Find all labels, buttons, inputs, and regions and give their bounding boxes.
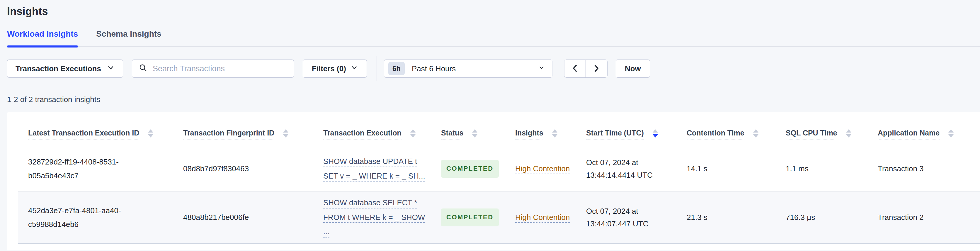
results-summary: 1-2 of 2 transaction insights	[7, 95, 980, 104]
sort-icon[interactable]	[410, 129, 415, 137]
table-header-row: Latest Transaction Execution ID Transact…	[18, 112, 980, 146]
insight-type-dropdown[interactable]: Transaction Executions	[7, 59, 123, 78]
toolbar-divider	[377, 56, 377, 81]
start-time-date: Oct 07, 2024 at	[586, 205, 671, 217]
sort-icon[interactable]	[472, 129, 477, 137]
sort-icon[interactable]	[653, 129, 658, 137]
sort-icon[interactable]	[846, 129, 851, 137]
sort-icon[interactable]	[552, 129, 557, 137]
time-range-picker[interactable]: 6h Past 6 Hours	[384, 59, 552, 78]
toolbar: Transaction Executions Filters (0) 6h Pa…	[7, 56, 980, 81]
start-time-time: 13:44:14.4414 UTC	[586, 169, 671, 182]
sort-icon[interactable]	[948, 129, 954, 137]
tab-bar: Workload Insights Schema Insights	[7, 29, 980, 47]
filters-button[interactable]: Filters (0)	[303, 59, 367, 78]
search-box	[132, 59, 294, 78]
tab-schema-insights[interactable]: Schema Insights	[96, 29, 161, 46]
column-header-latest-transaction-execution-id[interactable]: Latest Transaction Execution ID	[18, 112, 173, 146]
table-row: 452da3e7-e7fa-4801-aa40-c59988d14eb6 480…	[18, 192, 980, 244]
latest-transaction-execution-id: 328729d2-ff19-4408-8531-b05a5b4e43c7	[28, 155, 167, 183]
now-button[interactable]: Now	[616, 59, 650, 78]
column-header-insights[interactable]: Insights	[505, 112, 576, 146]
column-header-transaction-execution[interactable]: Transaction Execution	[313, 112, 431, 146]
transaction-fingerprint-id: 480a8b217be006fe	[183, 213, 249, 222]
column-header-sql-cpu-time[interactable]: SQL CPU Time	[776, 112, 868, 146]
next-time-range-button[interactable]	[586, 60, 607, 77]
time-interval-badge: 6h	[388, 62, 405, 75]
sort-icon[interactable]	[283, 129, 288, 137]
table-row: 328729d2-ff19-4408-8531-b05a5b4e43c7 08d…	[18, 146, 980, 192]
column-header-contention-time[interactable]: Contention Time	[677, 112, 776, 146]
insights-table-card: Latest Transaction Execution ID Transact…	[7, 112, 980, 250]
time-range-arrows	[564, 59, 608, 78]
transaction-execution-link[interactable]: SHOW database UPDATE t SET v = _ WHERE k…	[323, 157, 425, 180]
sort-icon[interactable]	[148, 129, 153, 137]
chevron-down-icon	[107, 64, 115, 74]
time-range-label: Past 6 Hours	[412, 64, 531, 73]
status-badge: COMPLETED	[441, 160, 499, 178]
application-name: Transaction 3	[878, 164, 924, 173]
start-time-date: Oct 07, 2024 at	[586, 156, 671, 169]
application-name: Transaction 2	[878, 213, 924, 222]
chevron-down-icon	[351, 64, 358, 73]
transaction-fingerprint-id: 08d8b7d97f830463	[183, 164, 249, 173]
search-input[interactable]	[152, 64, 287, 74]
search-icon	[138, 63, 147, 74]
column-header-transaction-fingerprint-id[interactable]: Transaction Fingerprint ID	[173, 112, 313, 146]
previous-time-range-button[interactable]	[565, 60, 586, 77]
tab-workload-insights[interactable]: Workload Insights	[7, 29, 78, 46]
column-header-application-name[interactable]: Application Name	[868, 112, 980, 146]
contention-time: 14.1 s	[687, 164, 708, 173]
chevron-down-icon	[538, 64, 545, 73]
insight-link[interactable]: High Contention	[515, 213, 570, 222]
sql-cpu-time: 1.1 ms	[786, 164, 808, 173]
contention-time: 21.3 s	[687, 213, 708, 222]
sql-cpu-time: 716.3 µs	[786, 213, 815, 222]
sort-icon[interactable]	[753, 129, 759, 137]
insight-type-dropdown-label: Transaction Executions	[16, 64, 101, 73]
chevron-right-icon	[592, 63, 601, 74]
start-time-time: 13:44:07.447 UTC	[586, 217, 671, 230]
insights-page: Insights Workload Insights Schema Insigh…	[0, 0, 980, 250]
status-badge: COMPLETED	[441, 208, 499, 226]
transaction-insights-table: Latest Transaction Execution ID Transact…	[18, 112, 980, 244]
filters-button-label: Filters (0)	[312, 64, 346, 73]
page-title: Insights	[7, 0, 980, 18]
latest-transaction-execution-id: 452da3e7-e7fa-4801-aa40-c59988d14eb6	[28, 204, 167, 231]
chevron-left-icon	[571, 63, 579, 74]
column-header-start-time[interactable]: Start Time (UTC)	[576, 112, 677, 146]
insight-link[interactable]: High Contention	[515, 164, 570, 173]
transaction-execution-link[interactable]: SHOW database SELECT * FROM t WHERE k = …	[323, 198, 425, 236]
column-header-status[interactable]: Status	[431, 112, 505, 146]
